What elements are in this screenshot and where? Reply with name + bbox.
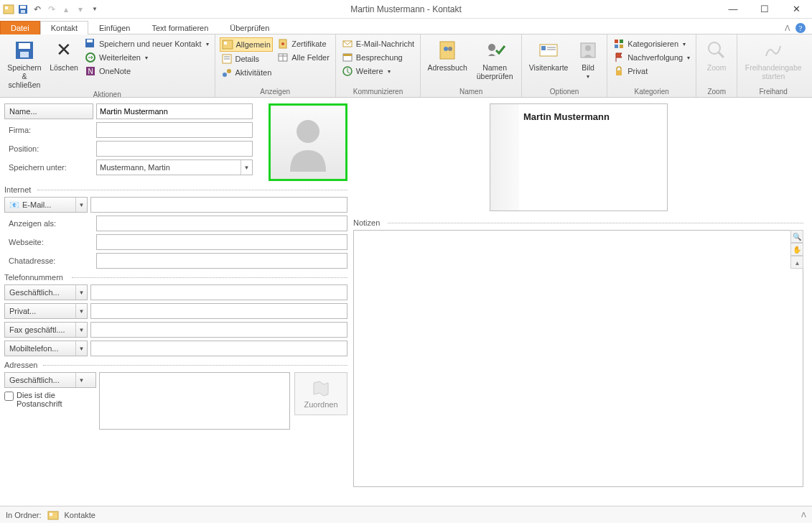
undo-icon[interactable]: ↶ [32,4,43,15]
kategorisieren-button[interactable]: Kategorisieren▾ [612,37,691,50]
svg-rect-4 [21,10,25,13]
chevron-down-icon[interactable]: ▼ [75,373,87,387]
chevron-down-icon[interactable]: ▼ [75,285,87,300]
firma-input[interactable] [96,122,253,138]
tab-kontakt[interactable]: Kontakt [40,21,88,34]
bild-button[interactable]: Bild▾ [574,37,602,81]
email-split-button[interactable]: 📧E-Mail... ▼ [4,197,88,213]
namen-pruefen-button[interactable]: Namen überprüfen [472,37,517,82]
adr-button[interactable]: Geschäftlich...▼ [4,372,96,388]
tab-einfuegen[interactable]: Einfügen [88,21,141,34]
postanschrift-checkbox[interactable] [4,392,14,401]
weiterleiten-button[interactable]: Weiterleiten▾ [83,51,210,64]
contact-photo[interactable] [269,103,347,181]
minimize-button[interactable]: ― [717,0,749,19]
folder-name[interactable]: Kontakte [65,511,95,519]
zuordnen-button[interactable]: Zuordnen [294,372,347,415]
visitenkarte-button[interactable]: Visitenkarte [526,37,571,73]
tel2-button[interactable]: Privat...▼ [4,303,88,319]
qat-dropdown-icon[interactable]: ▼ [89,4,101,15]
addressbook-icon [436,39,459,62]
anzeigen-als-input[interactable] [96,216,347,231]
chat-input[interactable] [96,253,347,269]
notes-tools: 🔍 ✋ ▴ [790,230,803,269]
loeschen-button[interactable]: ✕ Löschen [47,37,80,73]
prev-icon[interactable]: ▴ [60,4,72,15]
alle-felder-button[interactable]: Alle Felder [276,51,331,64]
maximize-button[interactable]: ☐ [749,0,780,19]
tab-ueberpruefen[interactable]: Überprüfen [219,21,280,34]
zertifikate-button[interactable]: Zertifikate [276,37,331,50]
more-icon [342,65,353,77]
onenote-button[interactable]: NOneNote [83,65,210,78]
close-button[interactable]: ✕ [780,0,812,19]
svg-rect-36 [541,46,546,50]
titlebar: ↶ ↷ ▴ ▾ ▼ Martin Mustermann - Kontakt ― … [0,0,812,19]
chevron-down-icon[interactable]: ▼ [241,160,252,175]
adressbuch-button[interactable]: Adressbuch [425,37,470,73]
email-nachricht-button[interactable]: E-Mail-Nachricht [340,37,416,50]
tel2-input[interactable] [90,303,347,319]
tab-textformatieren[interactable]: Text formatieren [141,21,219,34]
name-button[interactable]: Name... [4,103,93,119]
notes-textarea[interactable]: 🔍 ✋ ▴ [353,230,803,487]
webseite-input[interactable] [96,234,347,250]
chevron-down-icon[interactable]: ▼ [75,304,87,318]
redo-icon[interactable]: ↷ [46,4,57,15]
svg-rect-50 [50,513,52,516]
tel1-input[interactable] [90,284,347,300]
scroll-up-icon[interactable]: ▴ [790,256,803,269]
svg-text:N: N [88,68,93,75]
tel3-input[interactable] [90,322,347,338]
form-area: Name... Firma: Position: Speichern unter… [0,98,812,506]
besprechung-button[interactable]: Besprechung [340,51,416,64]
email-input[interactable] [90,197,347,213]
chevron-down-icon[interactable]: ▼ [75,198,87,212]
lock-icon [613,65,625,77]
statusbar: In Ordner: Kontakte ᐱ [0,506,812,523]
zoom-icon [705,39,728,62]
name-input[interactable] [96,103,253,119]
chat-label: Chatadresse: [4,256,93,265]
speichern-unter-combo[interactable]: Mustermann, Martin ▼ [96,159,253,175]
nachverfolgung-button[interactable]: Nachverfolgung▾ [612,51,691,64]
freihand-button[interactable]: Freihandeingabe starten [742,37,805,82]
svg-line-47 [719,52,724,57]
ribbon-group-namen: Adressbuch Namen überprüfen Namen [421,34,522,97]
delete-icon: ✕ [52,39,75,62]
ribbon-group-zoom: Zoom Zoom [696,34,737,97]
zoom-button[interactable]: Zoom [701,37,732,73]
window-title: Martin Mustermann - Kontakt [350,4,462,14]
tel4-button[interactable]: Mobiltelefon...▼ [4,341,88,356]
ribbon-group-aktionen: Speichern & schließen ✕ Löschen Speicher… [0,34,215,97]
minimize-ribbon-icon[interactable]: ᐱ [785,24,790,33]
expand-icon[interactable]: ᐱ [801,511,806,519]
ribbon-group-label: Anzeigen [215,88,335,97]
adresse-textarea[interactable] [99,372,290,430]
hand-tool-icon[interactable]: ✋ [790,243,803,256]
svg-point-23 [281,42,284,45]
speichern-neuer-button[interactable]: Speichern und neuer Kontakt▾ [83,37,210,50]
ribbon-group-label: Freihand [737,88,809,97]
details-button[interactable]: Details [220,52,274,65]
tel1-button[interactable]: Geschäftlich...▼ [4,284,88,300]
tel3-button[interactable]: Fax geschäftl....▼ [4,322,88,338]
save-icon[interactable] [17,4,29,15]
zoom-tool-icon[interactable]: 🔍 [790,230,803,243]
privat-button[interactable]: Privat [612,65,691,78]
speichern-schliessen-button[interactable]: Speichern & schließen [4,37,45,91]
next-icon[interactable]: ▾ [75,4,86,15]
position-input[interactable] [96,141,253,157]
aktivitaeten-button[interactable]: Aktivitäten [220,66,274,79]
help-icon[interactable]: ? [795,22,806,34]
forward-icon [85,52,96,63]
business-card[interactable]: Martin Mustermann [490,103,668,211]
chevron-down-icon[interactable]: ▼ [75,341,87,356]
allgemein-button[interactable]: Allgemein [220,37,274,52]
weitere-button[interactable]: Weitere▾ [340,65,416,78]
tab-datei[interactable]: Datei [0,21,40,34]
svg-rect-8 [19,43,30,49]
chevron-down-icon[interactable]: ▼ [75,323,87,337]
svg-rect-44 [620,45,623,48]
tel4-input[interactable] [90,341,347,356]
